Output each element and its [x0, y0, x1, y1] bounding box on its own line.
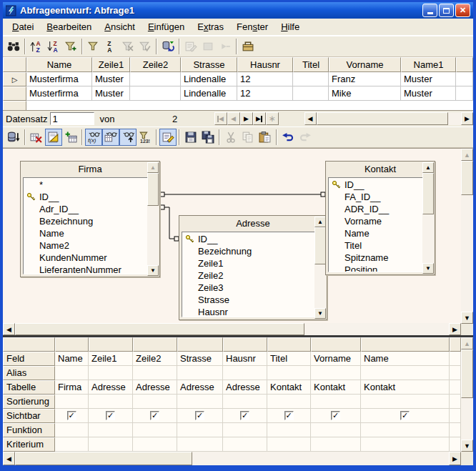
column-header-titel[interactable]: Titel	[293, 57, 329, 72]
design-view-icon[interactable]	[45, 129, 62, 146]
grid-column-header[interactable]	[177, 337, 223, 352]
menu-bearbeiten[interactable]: Bearbeiten	[40, 19, 98, 34]
kriterium-cell[interactable]	[55, 437, 89, 452]
kriterium-cell[interactable]	[361, 437, 450, 452]
field-zeile2[interactable]: Zeile2	[182, 269, 312, 282]
cell[interactable]	[130, 86, 181, 101]
scroll-down-icon[interactable]: ▼	[461, 312, 473, 324]
menu-einfgen[interactable]: Einfügen	[142, 19, 191, 34]
field-id[interactable]: ID__	[329, 179, 420, 191]
visible-checkbox[interactable]: ✓	[240, 411, 249, 420]
sortierung-cell[interactable]	[267, 395, 311, 409]
minimize-button[interactable]	[422, 4, 437, 17]
row-selector[interactable]	[3, 101, 26, 110]
cell[interactable]: Lindenalle	[181, 86, 237, 101]
table-scrollbar[interactable]: ▲▼	[314, 217, 326, 319]
tabelle-cell[interactable]: Adresse	[223, 380, 267, 395]
field-lieferantennummer[interactable]: LieferantenNummer	[24, 264, 144, 274]
alias-cell[interactable]	[311, 366, 361, 380]
menu-datei[interactable]: Datei	[6, 19, 40, 34]
kriterium-cell[interactable]	[89, 437, 133, 452]
tabelle-cell[interactable]: Kontakt	[311, 380, 361, 395]
table-box-firma[interactable]: Firma*ID__Adr_ID__BezeichnungNameName2Ku…	[20, 161, 160, 277]
cell[interactable]: 12	[237, 72, 293, 86]
field-faid[interactable]: FA_ID__	[329, 191, 420, 203]
table-title[interactable]: Adresse	[179, 216, 327, 232]
scrollbar-thumb[interactable]	[317, 112, 448, 125]
funktion-cell[interactable]	[311, 423, 361, 437]
clear-query-icon[interactable]	[28, 129, 45, 146]
next-record-button[interactable]: ▶	[240, 112, 253, 125]
scroll-up-icon[interactable]: ▲	[461, 337, 473, 349]
scroll-up-icon[interactable]: ▲	[461, 149, 473, 161]
cell[interactable]: Musterfirma	[26, 86, 92, 101]
kriterium-cell[interactable]	[223, 437, 267, 452]
scroll-down-icon[interactable]: ▼	[147, 265, 159, 276]
scroll-down-icon[interactable]: ▼	[422, 263, 434, 274]
column-header-zeile1[interactable]: Zeile1	[92, 57, 130, 72]
standard-filter-icon[interactable]	[85, 38, 102, 55]
scrollbar-thumb[interactable]	[15, 323, 304, 335]
feld-cell[interactable]: Vorname	[311, 352, 361, 366]
kriterium-cell[interactable]	[133, 437, 177, 452]
alias-cell[interactable]	[133, 366, 177, 380]
visible-checkbox[interactable]: ✓	[195, 411, 204, 420]
tabelle-cell[interactable]: Firma	[55, 380, 89, 395]
field-bezeichnung[interactable]: Bezeichnung	[24, 215, 144, 227]
column-header-zeile2[interactable]: Zeile2	[130, 57, 181, 72]
table-scrollbar[interactable]: ▲▼	[422, 162, 434, 274]
visible-checkbox[interactable]: ✓	[284, 411, 294, 420]
field-id[interactable]: ID__	[182, 233, 312, 245]
field-spitzname[interactable]: Spitzname	[329, 252, 420, 264]
insert-data-icon[interactable]	[182, 38, 199, 55]
column-header-vorname[interactable]: Vorname	[329, 57, 401, 72]
table-title[interactable]: Firma	[21, 162, 159, 177]
scrollbar-thumb[interactable]	[461, 161, 473, 195]
alias-cell[interactable]	[177, 366, 223, 380]
column-header-strasse[interactable]: Strasse	[181, 57, 237, 72]
column-header-name[interactable]: Name	[26, 57, 92, 72]
find-record-icon[interactable]	[5, 38, 22, 55]
diagram-vertical-scrollbar[interactable]: ▲ ▼	[461, 149, 473, 324]
field-name[interactable]: Name	[329, 227, 420, 239]
funktion-cell[interactable]	[55, 423, 89, 437]
sortierung-cell[interactable]	[361, 395, 450, 409]
menu-ansicht[interactable]: Ansicht	[98, 19, 142, 34]
sichtbar-cell[interactable]: ✓	[267, 409, 311, 423]
scroll-down-icon[interactable]: ▼	[461, 440, 473, 452]
distinct-values-icon[interactable]: 123!	[137, 129, 154, 146]
grid-column-header[interactable]	[223, 337, 267, 352]
menu-extras[interactable]: Extras	[191, 19, 230, 34]
cell[interactable]: Muster	[92, 86, 130, 101]
visible-checkbox[interactable]: ✓	[106, 411, 115, 420]
tabelle-cell[interactable]: Kontakt	[267, 380, 311, 395]
first-record-button[interactable]: ◀	[214, 112, 227, 125]
sort-ascending-icon[interactable]: AZ	[28, 38, 45, 55]
functions-icon[interactable]: f(x)	[85, 129, 102, 146]
field-titel[interactable]: Titel	[329, 239, 420, 252]
scroll-left-icon[interactable]: ◀	[304, 112, 317, 125]
title-bar[interactable]: Abfrageentwurf: Abfrage1 ✕	[3, 2, 473, 19]
sortierung-cell[interactable]	[311, 395, 361, 409]
grid-column-header[interactable]	[89, 337, 133, 352]
field-zeile3[interactable]: Zeile3	[182, 282, 312, 294]
feld-cell[interactable]: Titel	[267, 352, 311, 366]
scroll-right-icon[interactable]: ▶	[461, 112, 473, 125]
feld-cell[interactable]: Name	[55, 352, 89, 366]
field-strasse[interactable]: Strasse	[182, 294, 312, 306]
feld-cell[interactable]: Zeile1	[89, 352, 133, 366]
scroll-up-icon[interactable]: ▲	[147, 162, 159, 173]
menu-fenster[interactable]: Fenster	[230, 19, 274, 34]
scroll-right-icon[interactable]: ▶	[449, 323, 461, 335]
diagram-horizontal-scrollbar[interactable]: ◀ ▶	[3, 323, 473, 335]
sichtbar-cell[interactable]: ✓	[361, 409, 450, 423]
scrollbar-thumb[interactable]	[147, 173, 159, 206]
cell[interactable]: Lindenalle	[181, 72, 237, 86]
field-kundennummer[interactable]: KundenNummer	[24, 252, 144, 264]
cell[interactable]: Franz	[329, 72, 401, 86]
visible-checkbox[interactable]: ✓	[331, 411, 340, 420]
row-selector[interactable]: ▷	[3, 72, 26, 86]
kriterium-cell[interactable]	[177, 437, 223, 452]
scrollbar-thumb[interactable]	[314, 227, 326, 264]
table-box-kontakt[interactable]: KontaktID__FA_ID__ADR_ID__VornameNameTit…	[325, 161, 435, 275]
